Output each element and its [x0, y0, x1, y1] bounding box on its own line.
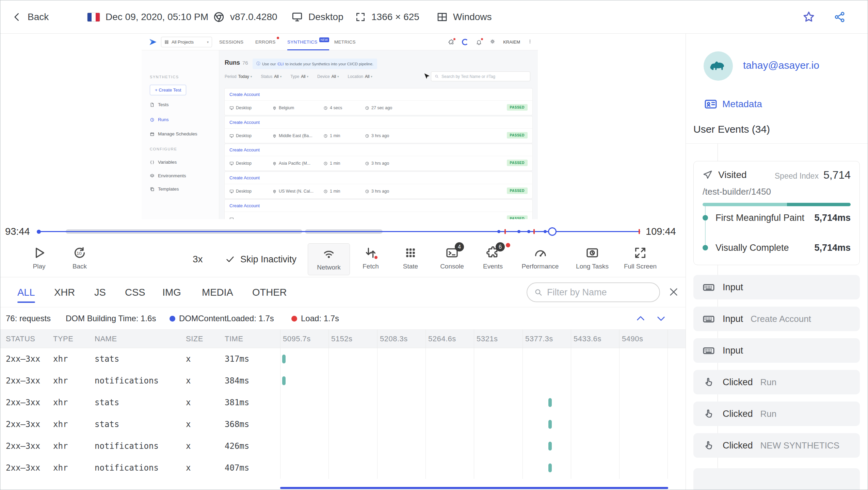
tab-xhr[interactable]: XHR [54, 277, 75, 307]
back-10-icon: 10 [73, 246, 86, 260]
request-size: x [186, 392, 191, 413]
filter-input[interactable] [527, 282, 660, 302]
pin-icon [272, 134, 277, 138]
status-badge: PASSED [507, 160, 528, 166]
network-request-row[interactable]: 2xx–3xx xhr stats x 368ms [0, 413, 686, 435]
recorded-app-sidebar: SYNTHETICS + Create Test Tests Runs Mana… [142, 50, 219, 219]
input-event-card[interactable]: Input [693, 275, 860, 299]
visited-progress-bar [703, 203, 851, 206]
browser-info: v87.0.4280 [213, 0, 277, 34]
request-status: 2xx–3xx [6, 457, 40, 479]
playhead[interactable] [548, 227, 557, 236]
info-icon: ⓘ [256, 61, 260, 67]
run-name-link: Create Account [225, 88, 532, 101]
clock-icon [365, 106, 369, 110]
notification-dot [453, 38, 456, 40]
col-size: SIZE [186, 330, 203, 348]
skip-inactivity-toggle[interactable]: Skip Inactivity [225, 241, 296, 277]
filter-location: LocationAll▾ [348, 74, 372, 79]
request-time: 384ms [225, 370, 249, 392]
speed-button[interactable]: 3x [193, 241, 203, 277]
sidebar-item-templates: Templates [150, 186, 179, 192]
filter-device: DeviceAll▾ [317, 74, 339, 79]
event-dot [544, 230, 547, 233]
jump-up-icon[interactable] [635, 313, 646, 326]
play-button[interactable]: Play [18, 245, 60, 270]
long-tasks-tool-button[interactable]: Long Tasks [571, 245, 613, 270]
col-status: STATUS [6, 330, 35, 348]
network-request-row[interactable]: 2xx–3xx xhr stats x 317ms [0, 348, 686, 370]
metadata-button[interactable]: Metadata [704, 98, 762, 111]
tab-sessions: SESSIONS [219, 34, 243, 50]
events-tool-button[interactable]: 6 Events [472, 245, 514, 270]
gear-icon [489, 38, 496, 46]
status-badge: PASSED [507, 104, 528, 111]
run-entry: Create Account PASSED [225, 200, 532, 219]
favorite-star-icon[interactable] [802, 0, 815, 34]
search-icon [435, 74, 439, 79]
request-timing-tick [548, 463, 552, 472]
error-marker [504, 229, 506, 234]
console-tool-button[interactable]: 4 Console [431, 245, 473, 270]
network-request-row[interactable]: 2xx–3xx xhr notifications x 407ms [0, 457, 686, 479]
request-type: xhr [53, 457, 68, 479]
sidebar-item-variables: Variables [150, 160, 177, 165]
run-detail-row: Desktop Belgium 4 secs 27 sec ago PASSED [225, 101, 532, 115]
user-email: tahay@asayer.io [743, 60, 819, 71]
clicked-event-card[interactable]: Clicked NEW SYNTHETICS [693, 433, 860, 458]
clicked-event-card[interactable]: Clicked Run [693, 370, 860, 394]
back-button[interactable]: Back [12, 0, 49, 34]
avatar [704, 51, 733, 81]
timeline-track[interactable] [38, 222, 640, 241]
chevron-down-icon: ▾ [337, 75, 339, 78]
state-tool-button[interactable]: State [389, 245, 432, 270]
browser-icon [213, 11, 225, 23]
close-panel-icon[interactable] [668, 287, 679, 299]
dom-content-loaded: DOMContentLoaded: 1.7s [170, 307, 274, 330]
metric-dot-icon [703, 215, 708, 220]
visited-header: Visited [703, 169, 747, 180]
clicked-event-card[interactable]: Clicked Run [693, 402, 860, 426]
hand-click-icon [702, 440, 716, 451]
network-tool-button[interactable]: Network [308, 243, 350, 275]
fetch-tool-button[interactable]: Fetch [350, 245, 392, 270]
jump-down-icon[interactable] [656, 313, 666, 326]
kebab-menu-icon [528, 38, 532, 46]
tab-css[interactable]: CSS [125, 277, 145, 307]
tab-js[interactable]: JS [94, 277, 106, 307]
partial-event-card[interactable] [693, 468, 860, 490]
network-request-row[interactable]: 2xx–3xx xhr notifications x 384ms [0, 370, 686, 392]
share-icon[interactable] [834, 0, 846, 34]
network-request-row[interactable]: 2xx–3xx xhr notifications x 426ms [0, 435, 686, 457]
full-screen-button[interactable]: Full Screen [619, 245, 661, 270]
input-event-card[interactable]: Input [693, 338, 860, 363]
replay-stage[interactable]: All Projects ▾ SESSIONS ERRORS SYNTHETIC… [0, 34, 686, 222]
network-request-row[interactable]: 2xx–3xx xhr stats x 381ms [0, 392, 686, 413]
session-replay-page: Back Dec 09, 2020, 05:10 PM v87.0.4280 D… [0, 0, 868, 490]
recorded-app-main: Runs 76 ⓘ Use our CLI to include your Sy… [219, 50, 538, 219]
horizontal-scrollbar[interactable] [280, 487, 668, 489]
time-col-label: 5321s [477, 330, 498, 348]
fullscreen-icon [633, 246, 647, 260]
back-10-button[interactable]: 10 Back [59, 245, 101, 270]
status-badge: PASSED [507, 215, 528, 219]
filter-field[interactable] [547, 287, 653, 298]
tab-media[interactable]: MEDIA [202, 277, 233, 307]
request-timing-tick [282, 355, 286, 363]
performance-tool-button[interactable]: Performance [519, 245, 561, 270]
visited-event-card[interactable]: Visited Speed Index 5,714 /test-builder/… [693, 161, 860, 265]
request-name: notifications [95, 370, 159, 392]
load-dot-icon [291, 316, 297, 322]
tab-img[interactable]: IMG [162, 277, 181, 307]
run-detail-row: PASSED [225, 212, 532, 219]
search-icon [534, 288, 543, 297]
console-count-badge: 4 [455, 242, 464, 251]
request-name: stats [95, 392, 119, 413]
device-label: Desktop [308, 12, 343, 22]
tab-all[interactable]: ALL [17, 277, 35, 307]
metric-row: First Meaningful Paint 5,714ms [703, 212, 851, 224]
request-time: 368ms [225, 413, 249, 435]
tab-other[interactable]: OTHER [252, 277, 287, 307]
input-event-card[interactable]: Input Create Account [693, 307, 860, 331]
player-controls: Play 10 Back 3x Skip Inactivity Network [0, 241, 686, 277]
